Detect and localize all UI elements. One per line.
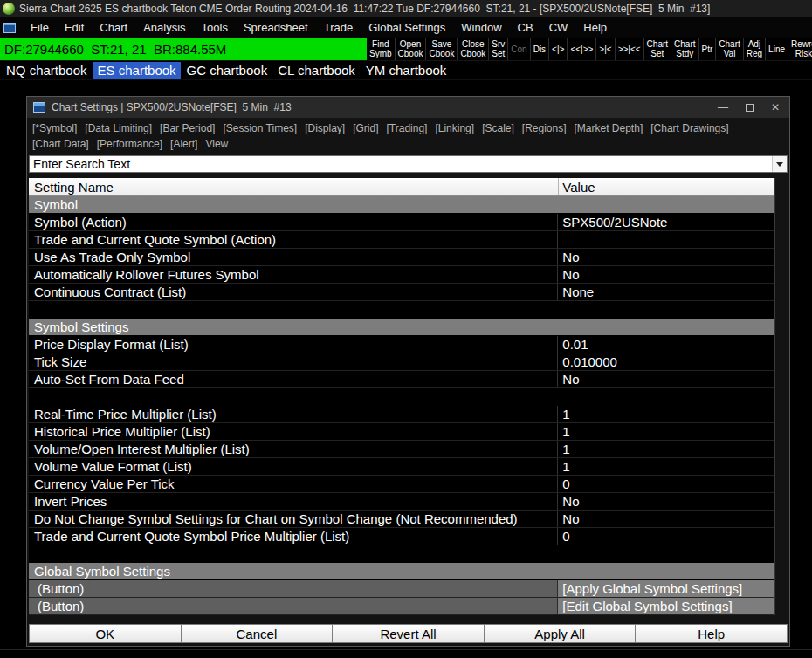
- menu-chart[interactable]: Chart: [92, 19, 135, 36]
- setting-row[interactable]: Tick Size 0.010000: [29, 353, 774, 371]
- tab-nq-chartbook[interactable]: NQ chartbook: [2, 62, 92, 79]
- dtab-trading[interactable]: [Trading]: [387, 121, 428, 135]
- cancel-button[interactable]: Cancel: [181, 624, 334, 643]
- widen-bar-spacing-fast-button[interactable]: <<|>>: [568, 38, 596, 60]
- narrow-bar-spacing-fast-button[interactable]: >>|<<: [616, 38, 644, 60]
- tab-gc-chartbook[interactable]: GC chartbook: [182, 62, 272, 79]
- menu-cw[interactable]: CW: [541, 19, 576, 36]
- edit-global-symbol-settings-button[interactable]: [Edit Global Symbol Settings]: [558, 598, 774, 614]
- menu-file[interactable]: File: [23, 19, 57, 36]
- setting-value[interactable]: 1: [558, 406, 774, 422]
- widen-bar-spacing-button[interactable]: <|>: [549, 38, 568, 60]
- open-chartbook-button[interactable]: OpenCbook: [396, 38, 427, 60]
- setting-value[interactable]: 1: [558, 423, 774, 440]
- chart-settings-button[interactable]: ChartSet: [644, 38, 671, 60]
- setting-value[interactable]: No: [558, 493, 774, 510]
- setting-row[interactable]: Do Not Change Symbol Settings for Chart …: [29, 511, 774, 528]
- setting-value[interactable]: 1: [558, 458, 774, 475]
- setting-row[interactable]: Trade and Current Quote Symbol Price Mul…: [29, 528, 774, 545]
- setting-value[interactable]: SPX500/2USNote: [558, 214, 774, 230]
- menu-edit[interactable]: Edit: [57, 19, 92, 36]
- setting-value[interactable]: 0.01: [558, 336, 774, 353]
- dtab-scale[interactable]: [Scale]: [482, 121, 514, 135]
- save-chartbook-button[interactable]: SaveCbook: [426, 38, 458, 60]
- setting-value[interactable]: None: [558, 284, 774, 300]
- narrow-bar-spacing-button[interactable]: >|<: [596, 38, 615, 60]
- setting-row[interactable]: Auto-Set From Data Feed No: [29, 371, 774, 388]
- menu-cb[interactable]: CB: [510, 19, 541, 36]
- apply-all-button[interactable]: Apply All: [484, 624, 637, 643]
- help-button[interactable]: Help: [635, 624, 788, 643]
- dialog-titlebar[interactable]: Chart Settings | SPX500/2USNote[FSE] 5 M…: [27, 97, 789, 118]
- close-chartbook-button[interactable]: CloseCbook: [458, 38, 489, 60]
- setting-value[interactable]: 1: [558, 441, 774, 457]
- setting-row[interactable]: Historical Price Multiplier (List) 1: [29, 423, 774, 441]
- setting-row[interactable]: Price Display Format (List) 0.01: [29, 336, 774, 353]
- search-input[interactable]: Enter Search Text: [30, 156, 772, 172]
- setting-row[interactable]: Use As Trade Only Symbol No: [29, 249, 774, 266]
- setting-row[interactable]: Currency Value Per Tick 0: [29, 476, 774, 493]
- dtab-linking[interactable]: [Linking]: [435, 121, 474, 135]
- minimize-icon[interactable]: —: [714, 99, 732, 115]
- setting-value[interactable]: 0.010000: [558, 353, 774, 370]
- setting-row[interactable]: Continuous Contract (List) None: [29, 284, 774, 301]
- setting-row[interactable]: Volume Value Format (List) 1: [29, 458, 774, 476]
- pointer-tool-button[interactable]: Ptr: [699, 38, 717, 60]
- dtab-regions[interactable]: [Regions]: [522, 121, 567, 135]
- dtab-market-depth[interactable]: [Market Depth]: [575, 121, 643, 135]
- reward-risk-tool-button[interactable]: RewrdRisk: [788, 38, 812, 60]
- setting-value[interactable]: No: [558, 511, 774, 527]
- dtab-display[interactable]: [Display]: [305, 121, 345, 135]
- setting-row[interactable]: Trade and Current Quote Symbol (Action): [29, 231, 774, 249]
- setting-value[interactable]: [558, 231, 774, 248]
- maximize-icon[interactable]: [740, 99, 758, 115]
- setting-value[interactable]: No: [558, 371, 774, 387]
- setting-button-row[interactable]: (Button) [Apply Global Symbol Settings]: [29, 580, 774, 598]
- dtab-grid[interactable]: [Grid]: [353, 121, 378, 135]
- menu-help[interactable]: Help: [575, 19, 615, 36]
- dtab-alert[interactable]: [Alert]: [170, 137, 197, 151]
- close-icon[interactable]: ✕: [767, 99, 784, 115]
- apply-global-symbol-settings-button[interactable]: [Apply Global Symbol Settings]: [558, 580, 774, 597]
- setting-value[interactable]: 0: [558, 476, 774, 492]
- dtab-data-limiting[interactable]: [Data Limiting]: [85, 121, 152, 135]
- ok-button[interactable]: OK: [29, 624, 182, 643]
- tab-cl-chartbook[interactable]: CL chartbook: [273, 62, 360, 79]
- dtab-chart-data[interactable]: [Chart Data]: [32, 137, 89, 151]
- dtab-view[interactable]: View: [205, 137, 228, 151]
- setting-row[interactable]: Automatically Rollover Futures Symbol No: [29, 266, 774, 284]
- combo-dropdown-button[interactable]: [772, 156, 787, 172]
- menu-analysis[interactable]: Analysis: [135, 19, 193, 36]
- search-combo[interactable]: Enter Search Text: [29, 155, 788, 173]
- menu-global-settings[interactable]: Global Settings: [361, 19, 453, 36]
- connect-button[interactable]: Con: [508, 38, 530, 60]
- line-tool-button[interactable]: Line: [766, 38, 788, 60]
- disconnect-button[interactable]: Dis: [531, 38, 549, 60]
- server-settings-button[interactable]: SrvSet: [489, 38, 508, 60]
- chart-studies-button[interactable]: ChartStdy: [671, 38, 698, 60]
- tab-ym-chartbook[interactable]: YM chartbook: [361, 62, 451, 79]
- menu-tools[interactable]: Tools: [194, 19, 236, 36]
- revert-all-button[interactable]: Revert All: [332, 624, 485, 643]
- dtab-chart-drawings[interactable]: [Chart Drawings]: [650, 121, 728, 135]
- find-symbol-button[interactable]: FindSymb: [367, 38, 396, 60]
- setting-row[interactable]: Invert Prices No: [29, 493, 774, 511]
- menu-window[interactable]: Window: [453, 19, 509, 36]
- setting-row[interactable]: Volume/Open Interest Multiplier (List) 1: [29, 441, 774, 458]
- dtab-symbol[interactable]: [*Symbol]: [32, 121, 77, 135]
- setting-value[interactable]: No: [558, 266, 774, 283]
- tab-es-chartbook[interactable]: ES chartbook: [93, 62, 181, 79]
- setting-row[interactable]: Symbol (Action) SPX500/2USNote: [29, 214, 774, 231]
- chart-values-button[interactable]: ChartVal: [716, 38, 743, 60]
- setting-value[interactable]: No: [558, 249, 774, 265]
- dtab-bar-period[interactable]: [Bar Period]: [160, 121, 215, 135]
- setting-row[interactable]: Real-Time Price Multiplier (List) 1: [29, 406, 774, 423]
- label: Ptr: [702, 45, 713, 54]
- setting-button-row[interactable]: (Button) [Edit Global Symbol Settings]: [29, 598, 774, 615]
- dtab-session-times[interactable]: [Session Times]: [223, 121, 297, 135]
- menu-spreadsheet[interactable]: Spreadsheet: [236, 19, 316, 36]
- setting-value[interactable]: 0: [558, 528, 774, 545]
- menu-trade[interactable]: Trade: [316, 19, 361, 36]
- dtab-performance[interactable]: [Performance]: [97, 137, 162, 151]
- adjust-region-button[interactable]: AdjReg: [744, 38, 766, 60]
